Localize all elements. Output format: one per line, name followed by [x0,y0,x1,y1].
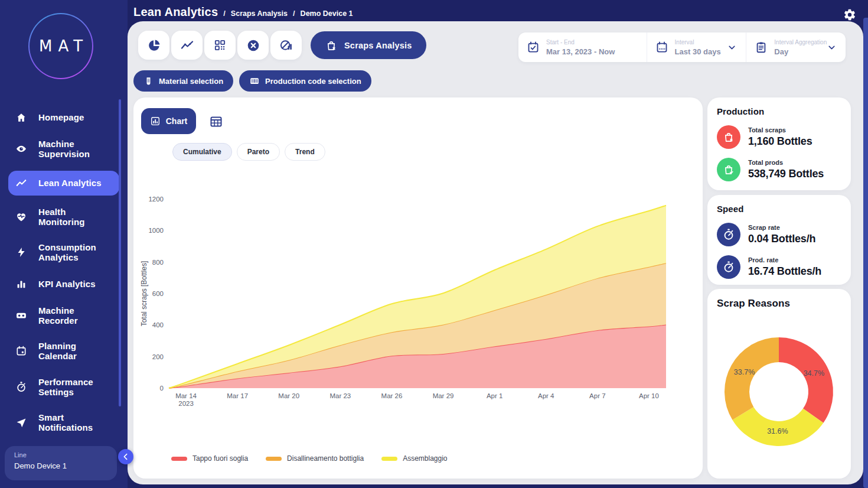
svg-text:Apr 7: Apr 7 [589,392,606,399]
sidebar-item-smart-notifications[interactable]: Smart Notifications [8,408,119,437]
filter-interval[interactable]: Interval Last 30 days [647,32,746,62]
breadcrumb: Lean Analytics / Scraps Analysis / Demo … [133,5,353,19]
chevron-down-icon [727,43,738,53]
scraps-area-chart: 020040060080010001200Mar 142023Mar 17Mar… [138,191,687,415]
eye-icon [15,143,28,155]
device-card[interactable]: Line Demo Device 1 [5,446,117,480]
send-icon [15,417,28,428]
legend-item-tappo[interactable]: Tappo fuori soglia [171,454,248,463]
chart-tabs: Cumulative Pareto Trend [172,143,325,161]
breadcrumb-demo-device[interactable]: Demo Device 1 [301,9,353,18]
tab-cumulative[interactable]: Cumulative [172,143,232,161]
svg-text:2023: 2023 [178,400,194,407]
sidebar-item-machine-recorder[interactable]: Machine Recorder [8,301,119,330]
total-prods-label: Total prods [748,159,824,166]
downtime-analysis-button[interactable] [270,31,302,60]
chart-legend: Tappo fuori soglia Disallineamento botti… [171,454,448,463]
main-content: Scraps Analysis Start - End Mar 13, 2023… [128,21,863,484]
sidebar-collapse-button[interactable] [118,449,133,464]
sidebar-item-health-monitoring[interactable]: Health Monitoring [8,203,119,232]
tab-trend[interactable]: Trend [285,143,325,161]
filter-label: Interval [675,39,721,45]
bag-x-icon [325,39,338,52]
svg-text:Mar 26: Mar 26 [381,392,403,399]
trend-analysis-button[interactable] [171,31,203,60]
filter-label: Interval Aggregation [774,39,820,45]
svg-text:Mar 23: Mar 23 [329,392,351,399]
breadcrumb-separator: / [293,9,295,18]
svg-text:600: 600 [152,290,164,297]
chart-bars-icon [150,116,161,126]
material-selection-button[interactable]: Material selection [133,70,233,92]
svg-text:1200: 1200 [148,196,164,203]
table-icon [209,115,224,129]
legend-label: Assemblaggio [403,454,447,463]
filter-start-end[interactable]: Start - End Mar 13, 2023 - Now [518,32,647,62]
window-scrollbar[interactable] [863,18,868,488]
calendar-check-icon [527,41,540,54]
chart-view-label: Chart [166,116,188,126]
table-view-button[interactable] [209,114,224,129]
device-card-value: Demo Device 1 [14,461,107,470]
legend-swatch-red [171,457,187,461]
svg-text:Mar 17: Mar 17 [227,392,248,399]
sidebar-item-label: Performance Settings [38,377,93,398]
svg-text:34.7%: 34.7% [804,369,824,378]
scraps-analysis-button[interactable]: Scraps Analysis [311,31,426,59]
beaker-icon [143,76,154,86]
sidebar-item-label: Health Monitoring [38,207,112,227]
clipboard-icon [755,41,768,54]
production-code-selection-label: Production code selection [265,77,361,86]
legend-item-disallineamento[interactable]: Disallineamento bottiglia [266,454,364,463]
sidebar-item-kpi-analytics[interactable]: KPI Analytics [8,274,119,294]
home-icon [15,112,28,123]
sidebar-item-lean-analytics[interactable]: Lean Analytics [8,171,119,196]
trend-icon [15,177,28,189]
stopwatch-icon [717,223,740,246]
chart-card: Chart Cumulative Pareto Trend 0200400600… [133,97,703,479]
settings-button[interactable] [843,6,860,23]
breadcrumb-scraps-analysis[interactable]: Scraps Analysis [231,9,288,18]
x-circle-icon [246,38,260,53]
material-selection-label: Material selection [159,77,223,86]
pie-chart-icon [147,38,161,53]
speed-card: Speed Scrap rate 0.04 Bottles/h Prod. ra… [707,195,851,285]
tab-pareto[interactable]: Pareto [237,143,280,161]
qr-analysis-button[interactable] [204,31,236,60]
production-title: Production [717,106,841,116]
svg-text:Apr 1: Apr 1 [487,392,503,399]
stops-analysis-button[interactable] [237,31,269,60]
prod-rate-label: Prod. rate [748,256,821,263]
filter-interval-value: Last 30 days [675,47,721,56]
production-code-selection-button[interactable]: Production code selection [239,70,371,92]
stopwatch-icon [717,255,740,279]
scrap-reasons-donut-chart: 34.7%31.6%33.7% [709,321,849,462]
legend-label: Tappo fuori soglia [192,454,248,463]
selection-row: Material selection Production code selec… [133,70,371,92]
filter-aggregation[interactable]: Interval Aggregation Day [746,32,846,62]
sidebar-item-consumption-analytics[interactable]: Consumption Analytics [8,238,119,267]
pie-analysis-button[interactable] [138,31,169,60]
sidebar-item-label: Machine Supervision [38,139,90,160]
legend-item-assemblaggio[interactable]: Assemblaggio [381,454,447,463]
chevron-down-icon [827,43,837,53]
scrap-rate-value: 0.04 Bottles/h [748,233,815,245]
sidebar-item-label: KPI Analytics [38,279,96,289]
svg-text:Apr 10: Apr 10 [639,392,659,399]
scrap-rate-label: Scrap rate [748,224,815,231]
sidebar-item-machine-supervision[interactable]: Machine Supervision [8,135,119,164]
line-chart-icon [180,38,194,53]
logo-text: MAT [39,37,89,55]
sidebar-item-performance-settings[interactable]: Performance Settings [8,373,119,402]
chart-view-button[interactable]: Chart [141,108,196,134]
total-scraps-stat: Total scraps 1,160 Bottles [717,125,841,149]
recorder-icon [15,310,28,321]
sidebar-item-planning-calendar[interactable]: Planning Calendar [8,337,119,366]
legend-swatch-orange [266,457,282,461]
sidebar-scrollbar[interactable] [119,99,121,406]
scrap-reasons-card: Scrap Reasons 34.7%31.6%33.7% [707,289,851,479]
sidebar: MAT Homepage Machine Supervision Lean An… [0,0,128,488]
sidebar-item-label: Homepage [38,112,84,122]
sidebar-item-homepage[interactable]: Homepage [8,108,119,128]
gear-icon [843,8,860,21]
